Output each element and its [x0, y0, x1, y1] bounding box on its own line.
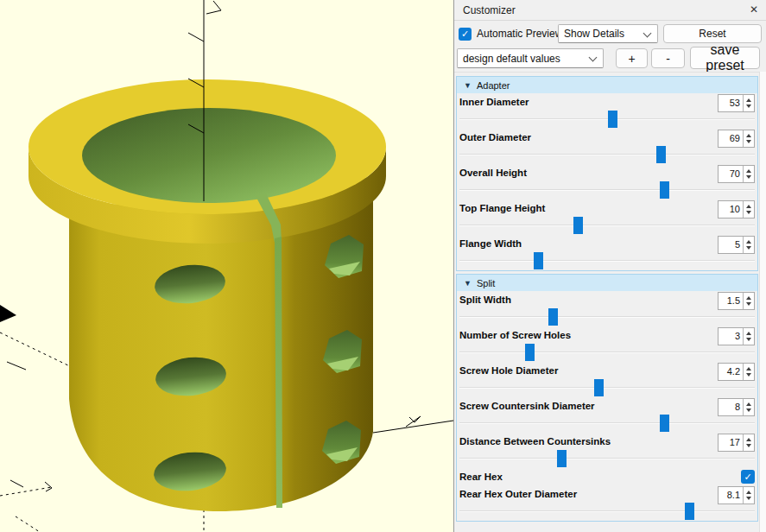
spin-down-icon[interactable]: [746, 104, 751, 108]
parameter-groups: ▼AdapterInner Diameter53Outer Diameter69…: [454, 72, 759, 532]
spinbox-value: 5: [719, 237, 743, 253]
value-spinbox[interactable]: 70: [718, 165, 755, 183]
param-slider[interactable]: [459, 111, 755, 129]
automatic-preview-checkbox[interactable]: ✓ Automatic Preview: [459, 26, 562, 41]
spinner-arrows: [743, 434, 754, 451]
slider-track: [459, 118, 755, 120]
spin-down-icon[interactable]: [746, 408, 751, 412]
spin-up-icon[interactable]: [746, 134, 751, 137]
spin-up-icon[interactable]: [746, 240, 751, 244]
inner-bore: [82, 108, 336, 203]
param-slider[interactable]: [459, 379, 755, 397]
group-adapter: ▼AdapterInner Diameter53Outer Diameter69…: [456, 76, 758, 271]
slider-handle[interactable]: [656, 146, 666, 163]
value-spinbox[interactable]: 4.2: [718, 363, 755, 381]
param-label: Screw Hole Diameter: [459, 365, 558, 376]
spin-up-icon[interactable]: [746, 402, 751, 406]
param-slider[interactable]: [459, 308, 755, 326]
slider-handle[interactable]: [525, 344, 535, 361]
value-spinbox[interactable]: 53: [718, 94, 755, 112]
spin-down-icon[interactable]: [746, 175, 751, 179]
add-preset-button[interactable]: +: [616, 48, 648, 68]
param-checkbox[interactable]: ✓: [741, 470, 755, 484]
slider-track: [459, 387, 755, 389]
param-header: Overall Height70: [459, 164, 755, 181]
slider-track: [459, 225, 755, 226]
save-preset-button[interactable]: save preset: [690, 47, 760, 69]
param-slider[interactable]: [459, 415, 755, 433]
value-spinbox[interactable]: 3: [718, 327, 755, 345]
slider-handle[interactable]: [557, 450, 567, 467]
param-row: Screw Countersink Diameter8: [457, 397, 757, 433]
param-slider[interactable]: [459, 503, 755, 521]
value-spinbox[interactable]: 1.5: [718, 292, 755, 310]
spinbox-value: 8: [719, 399, 743, 415]
panel-scrollbar[interactable]: [759, 72, 766, 532]
value-spinbox[interactable]: 5: [718, 236, 755, 254]
spin-up-icon[interactable]: [746, 205, 751, 208]
param-slider[interactable]: [459, 217, 755, 235]
spin-down-icon[interactable]: [746, 302, 751, 306]
spin-up-icon[interactable]: [746, 491, 751, 494]
value-spinbox[interactable]: 69: [718, 130, 755, 148]
spin-up-icon[interactable]: [746, 367, 751, 370]
spin-up-icon[interactable]: [746, 296, 751, 300]
spin-down-icon[interactable]: [746, 373, 751, 377]
param-slider[interactable]: [459, 450, 755, 468]
group-header[interactable]: ▼Split: [457, 275, 757, 291]
spin-down-icon[interactable]: [746, 211, 751, 214]
slider-handle[interactable]: [660, 181, 669, 199]
collapse-triangle-icon: ▼: [464, 81, 472, 90]
value-spinbox[interactable]: 8: [718, 398, 755, 416]
close-icon[interactable]: ✕: [750, 3, 758, 16]
spin-down-icon[interactable]: [746, 246, 751, 250]
group-header[interactable]: ▼Adapter: [457, 77, 757, 93]
customizer-panel: Customizer ✕ ✓ Automatic Preview Show De…: [453, 0, 766, 532]
param-slider[interactable]: [459, 146, 755, 164]
spin-down-icon[interactable]: [746, 497, 751, 500]
reset-button[interactable]: Reset: [663, 24, 762, 43]
param-header: Screw Hole Diameter4.2: [459, 362, 755, 379]
slider-track: [459, 422, 755, 424]
value-spinbox[interactable]: 8.1: [718, 486, 755, 504]
3d-viewport[interactable]: [0, 0, 453, 532]
slider-handle[interactable]: [685, 503, 694, 520]
value-spinbox[interactable]: 10: [718, 200, 755, 218]
collapse-triangle-icon: ▼: [464, 279, 472, 288]
slider-handle[interactable]: [534, 252, 543, 269]
value-spinbox[interactable]: 17: [718, 434, 755, 452]
param-row: Top Flange Height10: [457, 200, 757, 235]
preset-dropdown[interactable]: design default values: [457, 48, 604, 68]
param-slider[interactable]: [459, 344, 755, 362]
param-header: Flange Width5: [459, 235, 755, 252]
param-label: Split Width: [459, 294, 511, 305]
slider-handle[interactable]: [573, 217, 583, 234]
show-details-dropdown[interactable]: Show Details: [558, 24, 658, 43]
spin-up-icon[interactable]: [746, 438, 751, 441]
param-header: Split Width1.5: [459, 291, 755, 308]
slider-handle[interactable]: [660, 415, 669, 432]
spin-down-icon[interactable]: [746, 338, 751, 341]
param-row: Inner Diameter53: [457, 93, 757, 129]
spinner-arrows: [743, 328, 754, 345]
remove-preset-button[interactable]: -: [651, 48, 685, 68]
slider-handle[interactable]: [608, 111, 617, 128]
param-row: Outer Diameter69: [457, 129, 757, 164]
param-header: Number of Screw Holes3: [459, 326, 755, 344]
spinbox-value: 1.5: [719, 293, 743, 309]
slider-track: [459, 352, 755, 353]
param-row: Split Width1.5: [457, 291, 757, 326]
show-details-value: Show Details: [564, 28, 624, 40]
spin-up-icon[interactable]: [746, 98, 751, 102]
spin-up-icon[interactable]: [746, 169, 751, 173]
slider-track: [459, 189, 755, 191]
spin-down-icon[interactable]: [746, 444, 751, 447]
spin-down-icon[interactable]: [746, 140, 751, 143]
param-label: Overall Height: [459, 168, 527, 178]
param-slider[interactable]: [459, 252, 755, 270]
slider-handle[interactable]: [594, 379, 604, 396]
slider-handle[interactable]: [548, 308, 558, 326]
spin-up-icon[interactable]: [746, 332, 751, 335]
param-slider[interactable]: [459, 181, 755, 200]
param-header: Outer Diameter69: [459, 129, 755, 146]
